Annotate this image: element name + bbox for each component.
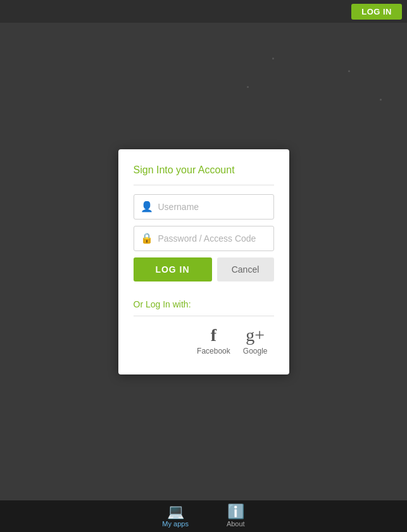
top-login-button[interactable]: LOG IN [351,4,402,20]
social-login-row: f Facebook g+ Google [134,326,274,356]
google-label: Google [243,347,268,356]
username-input-wrapper[interactable]: 👤 [134,194,274,220]
myapps-icon: 💻 [167,505,184,519]
username-input[interactable] [158,202,269,212]
tab-bar: 💻 My apps ℹ️ About [0,500,407,532]
lock-icon: 🔒 [141,232,153,244]
google-icon: g+ [246,326,265,344]
about-icon: ℹ️ [227,505,244,519]
password-input-wrapper[interactable]: 🔒 [134,226,274,251]
facebook-login-button[interactable]: f Facebook [197,326,230,356]
tab-about[interactable]: ℹ️ About [227,505,245,528]
facebook-icon: f [211,326,216,344]
tab-myapps[interactable]: 💻 My apps [162,505,189,528]
about-label: About [227,520,245,528]
login-button[interactable]: LOG IN [134,257,212,281]
cancel-button[interactable]: Cancel [217,257,274,281]
user-icon: 👤 [141,201,153,213]
modal-title: Sign Into your Account [134,164,274,176]
facebook-label: Facebook [197,347,230,356]
or-login-label: Or Log In with: [134,299,274,309]
login-modal: Sign Into your Account 👤 🔒 LOG IN Cancel… [118,149,289,374]
social-divider [134,316,274,316]
modal-overlay: Sign Into your Account 👤 🔒 LOG IN Cancel… [0,23,407,500]
button-row: LOG IN Cancel [134,257,274,281]
google-login-button[interactable]: g+ Google [243,326,268,356]
title-divider [134,185,274,185]
password-input[interactable] [158,233,269,244]
myapps-label: My apps [162,520,189,528]
top-bar: LOG IN [0,0,407,23]
